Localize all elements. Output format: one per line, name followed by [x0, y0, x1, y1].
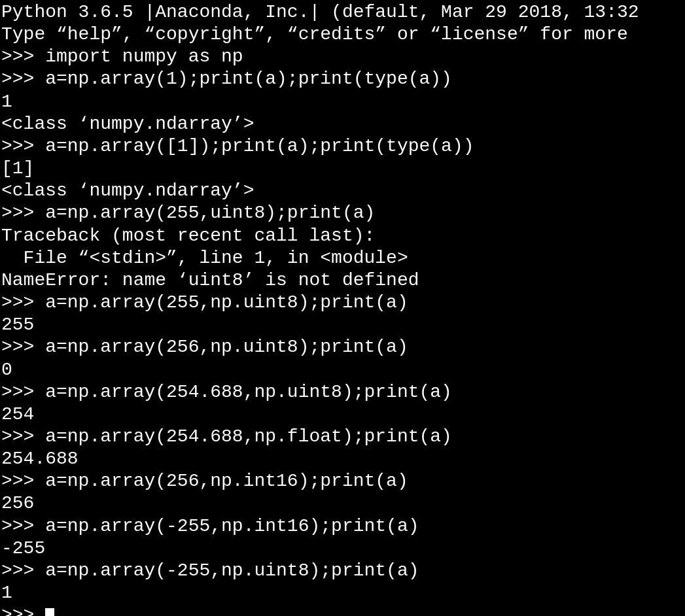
line-10: >>> a=np.array(255,uint8);print(a): [1, 202, 685, 224]
line-21: 254.688: [1, 448, 685, 470]
line-13: NameError: name ‘uint8’ is not defined: [1, 269, 685, 292]
line-24: >>> a=np.array(-255,np.int16);print(a): [1, 515, 685, 538]
line-7: >>> a=np.array([1]);print(a);print(type(…: [1, 135, 685, 158]
line-12: File “<stdin>”, line 1, in <module>: [1, 247, 685, 269]
line-9: <class ‘numpy.ndarray’>: [1, 180, 685, 202]
line-18: >>> a=np.array(254.688,np.uint8);print(a…: [1, 381, 685, 403]
line-25: -255: [1, 538, 685, 560]
line-11: Traceback (most recent call last):: [1, 225, 685, 247]
line-17: 0: [1, 359, 685, 381]
line-23: 256: [1, 492, 685, 515]
line-3: >>> import numpy as np: [1, 46, 685, 68]
line-6: <class ‘numpy.ndarray’>: [1, 113, 685, 135]
line-20: >>> a=np.array(254.688,np.float);print(a…: [1, 426, 685, 448]
line-2: Type “help”, “copyright”, “credits” or “…: [1, 24, 685, 46]
line-14: >>> a=np.array(255,np.uint8);print(a): [1, 292, 685, 314]
line-19: 254: [1, 403, 685, 426]
line-15: 255: [1, 314, 685, 336]
line-16: >>> a=np.array(256,np.uint8);print(a): [1, 336, 685, 358]
line-1: Python 3.6.5 |Anaconda, Inc.| (default, …: [1, 1, 685, 24]
line-8: [1]: [1, 158, 685, 180]
line-28: >>>: [1, 604, 685, 616]
line-22: >>> a=np.array(256,np.int16);print(a): [1, 470, 685, 492]
terminal-window[interactable]: Python 3.6.5 |Anaconda, Inc.| (default, …: [0, 0, 685, 616]
line-26: >>> a=np.array(-255,np.uint8);print(a): [1, 560, 685, 582]
terminal-content: Python 3.6.5 |Anaconda, Inc.| (default, …: [1, 1, 685, 616]
line-27: 1: [1, 582, 685, 604]
line-5: 1: [1, 91, 685, 113]
line-4: >>> a=np.array(1);print(a);print(type(a)…: [1, 68, 685, 90]
terminal-cursor: [45, 608, 54, 616]
